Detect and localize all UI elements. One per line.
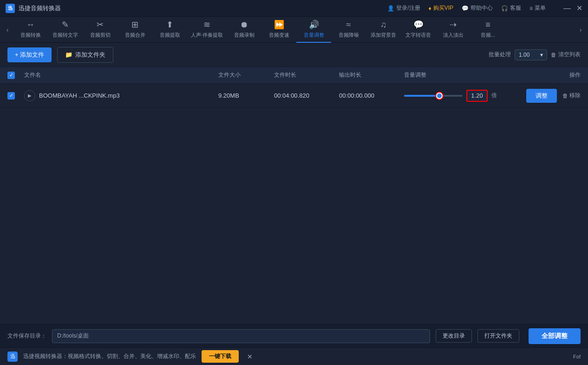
speed-icon: ⏩ [274,20,284,30]
tab-audio-to-text[interactable]: ✎ 音频转文字 [48,17,83,43]
headset-icon: 🎧 [501,5,508,12]
tab-fade[interactable]: ⇢ 淡入淡出 [436,17,470,43]
header-checkbox[interactable] [7,72,15,79]
trash-icon: 🗑 [551,52,556,58]
tab-audio-convert[interactable]: ↔ 音频转换 [13,17,48,43]
vip-icon: ♦ [429,5,431,12]
row-filename-cell: ▶ BOOMBAYAH ...CKPINK.mp3 [24,90,218,101]
save-dir-label: 文件保存目录： [7,332,46,340]
extract-icon: ⬆ [166,20,173,30]
promo-close-button[interactable]: ✕ [247,353,253,360]
row-filesize-cell: 9.20MB [218,92,274,99]
table-row: ▶ BOOMBAYAH ...CKPINK.mp3 9.20MB 00:04:0… [0,84,588,108]
win-controls: — ✕ [563,4,582,13]
row-outduration-cell: 00:00:00.000 [339,92,404,99]
row-duration-cell: 00:04:00.820 [274,92,339,99]
tab-audio-merge[interactable]: ⊞ 音频合并 [118,17,152,43]
table-body: ▶ BOOMBAYAH ...CKPINK.mp3 9.20MB 00:04:0… [0,84,588,204]
folder-icon: 📁 [65,51,72,58]
adjust-button[interactable]: 调整 [526,89,557,103]
batch-value: 1.00 [519,52,529,58]
audio-convert-icon: ↔ [26,20,35,30]
record-icon: ⏺ [240,20,248,30]
th-outduration: 输出时长 [339,71,404,79]
close-btn[interactable]: ✕ [576,4,582,13]
empty-area [0,204,588,325]
tab-text-to-speech[interactable]: 💬 文字转语音 [401,17,436,43]
scissors-icon: ✂ [97,20,104,30]
tab-audio-record[interactable]: ⏺ 音频录制 [227,17,261,43]
th-filename: 文件名 [24,71,218,79]
tab-audio-denoise[interactable]: ≈ 音频降噪 [331,17,366,43]
tab-voice-extract[interactable]: ≋ 人声·伴奏提取 [187,17,227,43]
app-title: 迅捷音频转换器 [19,4,61,13]
titlebar: 迅 迅捷音频转换器 👤 登录/注册 ♦ 购买VIP 💬 帮助中心 🎧 客服 ≡ [0,0,588,17]
promo-bar: 迅 迅捷视频转换器：视频格式转换、切割、合并、美化、增减水印、配乐 一键下载 ✕… [0,347,588,365]
batch-select[interactable]: 1.00 ▾ [515,49,547,60]
minimize-btn[interactable]: — [563,4,571,13]
chevron-down-icon: ▾ [540,52,543,58]
trash-icon: 🗑 [562,93,568,99]
change-dir-button[interactable]: 更改目录 [436,329,472,343]
bottom-bar: 文件保存目录： 更改目录 打开文件夹 全部调整 [0,324,588,347]
th-duration: 文件时长 [274,71,339,79]
remove-button[interactable]: 🗑 移除 [562,92,581,100]
audio-text-icon: ✎ [62,20,69,30]
open-folder-button[interactable]: 打开文件夹 [477,329,519,343]
user-icon: 👤 [387,5,394,12]
vip-btn[interactable]: ♦ 购买VIP [429,4,453,12]
promo-right-text: Fof [573,354,581,359]
row-checkbox[interactable] [7,92,15,100]
volume-input[interactable]: 1.20 [466,90,488,102]
login-btn[interactable]: 👤 登录/注册 [387,4,420,12]
promo-text: 迅捷视频转换器：视频格式转换、切割、合并、美化、增减水印、配乐 [23,352,196,360]
all-adjust-button[interactable]: 全部调整 [529,328,581,344]
slider-fill [404,95,439,97]
volume-times-label: 倍 [491,92,497,100]
voice-icon: ≋ [203,20,210,30]
row-checkbox-cell [7,92,24,100]
batch-label: 批量处理 [489,51,511,59]
tab-volume-adjust[interactable]: 🔊 音量调整 [296,17,331,43]
tts-icon: 💬 [413,20,424,30]
toolbar-nav-right[interactable]: › [575,17,586,43]
save-dir-input[interactable] [52,329,430,343]
add-folder-button[interactable]: 📁 添加文件夹 [57,47,113,63]
play-button[interactable]: ▶ [24,90,35,101]
tab-add-bg[interactable]: ♫ 添加背景音 [366,17,401,43]
menu-btn[interactable]: ≡ 菜单 [529,4,546,12]
bg-music-icon: ♫ [380,20,387,30]
merge-icon: ⊞ [131,20,138,30]
app-logo: 迅 [6,4,15,13]
th-check [7,72,24,79]
filename-text: BOOMBAYAH ...CKPINK.mp3 [39,92,120,99]
tab-audio-more[interactable]: ≡ 音频... [470,17,505,43]
clear-list-button[interactable]: 🗑 清空列表 [551,51,581,59]
tab-audio-speed[interactable]: ⏩ 音频变速 [261,17,296,43]
help-icon: 💬 [462,5,469,12]
row-volume-cell: 1.20 倍 [404,90,497,102]
tab-audio-extract[interactable]: ⬆ 音频提取 [152,17,187,43]
promo-icon: 迅 [7,352,18,362]
th-ops: 操作 [497,71,581,79]
volume-icon: 🔊 [309,20,319,30]
titlebar-right: 👤 登录/注册 ♦ 购买VIP 💬 帮助中心 🎧 客服 ≡ 菜单 — ✕ [387,4,582,13]
toolbar-nav-left[interactable]: ‹ [2,17,13,43]
row-ops-cell: 调整 🗑 移除 [497,89,581,103]
service-btn[interactable]: 🎧 客服 [501,4,521,12]
download-button[interactable]: 一键下载 [202,350,239,363]
slider-thumb[interactable] [436,93,443,99]
titlebar-left: 迅 迅捷音频转换器 [6,4,61,13]
tab-audio-cut[interactable]: ✂ 音频剪切 [83,17,118,43]
add-file-button[interactable]: + 添加文件 [7,47,52,62]
denoise-icon: ≈ [346,20,351,30]
help-btn[interactable]: 💬 帮助中心 [462,4,493,12]
volume-slider[interactable] [404,95,463,97]
th-filesize: 文件大小 [218,71,274,79]
toolbar: ‹ ↔ 音频转换 ✎ 音频转文字 ✂ 音频剪切 ⊞ 音频合并 ⬆ 音频提取 [0,17,588,43]
app-window: 迅 迅捷音频转换器 👤 登录/注册 ♦ 购买VIP 💬 帮助中心 🎧 客服 ≡ [0,0,588,365]
action-bar: + 添加文件 📁 添加文件夹 批量处理 1.00 ▾ 🗑 清空列表 [0,43,588,67]
fade-icon: ⇢ [450,20,457,30]
more-icon: ≡ [485,20,490,30]
th-volume: 音量调整 [404,71,497,79]
